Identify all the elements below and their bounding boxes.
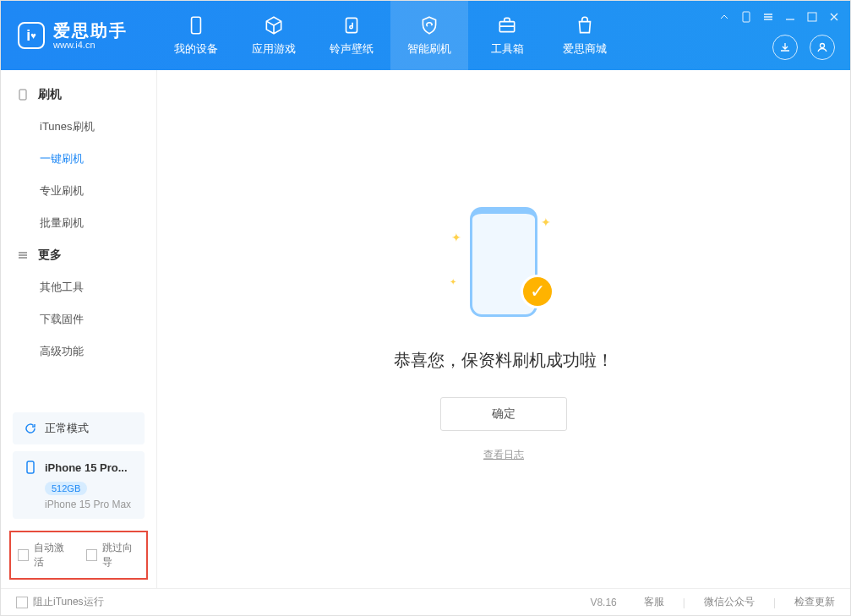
checkbox-auto-activate[interactable]: 自动激活 (18, 541, 71, 570)
nav-apps-games[interactable]: 应用游戏 (235, 1, 313, 70)
app-logo: i♥ 爱思助手 www.i4.cn (1, 1, 157, 70)
nav-my-device[interactable]: 我的设备 (157, 1, 235, 70)
sidebar-item-advanced[interactable]: 高级功能 (1, 335, 156, 368)
refresh-shield-icon (418, 14, 440, 36)
nav-label: 智能刷机 (407, 41, 451, 57)
svg-point-2 (350, 26, 352, 29)
sidebar-group-flash: 刷机 (1, 79, 156, 111)
svg-rect-0 (192, 17, 201, 34)
sidebar-item-itunes-flash[interactable]: iTunes刷机 (1, 111, 156, 143)
sidebar-item-download-fw[interactable]: 下载固件 (1, 303, 156, 335)
checkbox-icon (86, 549, 97, 561)
phone-icon (185, 14, 207, 36)
nav-label: 应用游戏 (252, 41, 296, 57)
download-button[interactable] (772, 35, 798, 60)
mode-label: 正常模式 (45, 421, 89, 436)
nav-toolbox[interactable]: 工具箱 (468, 1, 546, 70)
success-illustration: ✦ ✦ ✦ ✓ (445, 197, 563, 324)
nav-smart-flash[interactable]: 智能刷机 (390, 1, 468, 70)
nav-ringtones[interactable]: 铃声壁纸 (313, 1, 390, 70)
footer-support-link[interactable]: 客服 (644, 595, 664, 609)
briefcase-icon (496, 14, 518, 36)
success-message: 恭喜您，保资料刷机成功啦！ (394, 349, 614, 372)
sidebar-item-pro-flash[interactable]: 专业刷机 (1, 175, 156, 207)
footer-wechat-link[interactable]: 微信公众号 (704, 595, 755, 609)
app-title: 爱思助手 (53, 21, 128, 40)
sparkle-icon: ✦ (450, 277, 456, 286)
device-panel[interactable]: iPhone 15 Pro... 512GB iPhone 15 Pro Max (13, 451, 145, 519)
maximize-button[interactable] (805, 9, 820, 25)
ok-button[interactable]: 确定 (440, 397, 567, 431)
storage-badge: 512GB (45, 482, 87, 495)
svg-rect-5 (808, 13, 816, 21)
checkbox-block-itunes[interactable]: 阻止iTunes运行 (16, 595, 104, 609)
sparkle-icon: ✦ (541, 215, 551, 229)
svg-rect-7 (19, 90, 26, 100)
sidebar-item-other-tools[interactable]: 其他工具 (1, 271, 156, 303)
device-icon (23, 460, 38, 475)
shopping-bag-icon (574, 14, 596, 36)
sparkle-icon: ✦ (451, 231, 461, 244)
footer-check-update-link[interactable]: 检查更新 (794, 595, 835, 609)
sidebar-group-more: 更多 (1, 239, 156, 271)
cube-icon (263, 14, 285, 36)
options-highlight-box: 自动激活 跳过向导 (9, 531, 148, 580)
checkbox-icon (18, 549, 29, 561)
menu-small-icon (16, 248, 30, 262)
menu-icon[interactable] (761, 9, 776, 25)
view-log-link[interactable]: 查看日志 (483, 448, 524, 462)
user-button[interactable] (810, 35, 835, 60)
mode-indicator[interactable]: 正常模式 (13, 412, 145, 444)
svg-point-6 (821, 44, 825, 48)
nav-label: 铃声壁纸 (330, 41, 374, 57)
window-icon-1[interactable] (717, 9, 732, 25)
svg-rect-4 (743, 12, 750, 22)
minimize-button[interactable] (783, 9, 798, 25)
sidebar-item-oneclick-flash[interactable]: 一键刷机 (1, 143, 156, 175)
version-label: V8.16 (590, 597, 616, 608)
music-note-icon (341, 14, 363, 36)
nav-label: 工具箱 (491, 41, 524, 57)
device-small-icon (16, 88, 30, 101)
device-model: iPhone 15 Pro Max (45, 499, 134, 510)
sidebar-item-batch-flash[interactable]: 批量刷机 (1, 207, 156, 239)
nav-store[interactable]: 爱思商城 (546, 1, 624, 70)
device-name: iPhone 15 Pro... (45, 461, 128, 474)
checkbox-skip-wizard[interactable]: 跳过向导 (86, 541, 139, 570)
refresh-icon (23, 421, 38, 436)
nav-label: 我的设备 (174, 41, 218, 57)
phone-small-icon[interactable] (739, 9, 754, 25)
svg-rect-8 (27, 461, 34, 473)
checkbox-icon (16, 597, 28, 608)
app-subtitle: www.i4.cn (53, 40, 128, 50)
close-button[interactable] (826, 9, 842, 25)
nav-label: 爱思商城 (563, 41, 607, 57)
logo-badge-icon: i♥ (18, 22, 45, 49)
checkmark-badge-icon: ✓ (521, 275, 554, 308)
